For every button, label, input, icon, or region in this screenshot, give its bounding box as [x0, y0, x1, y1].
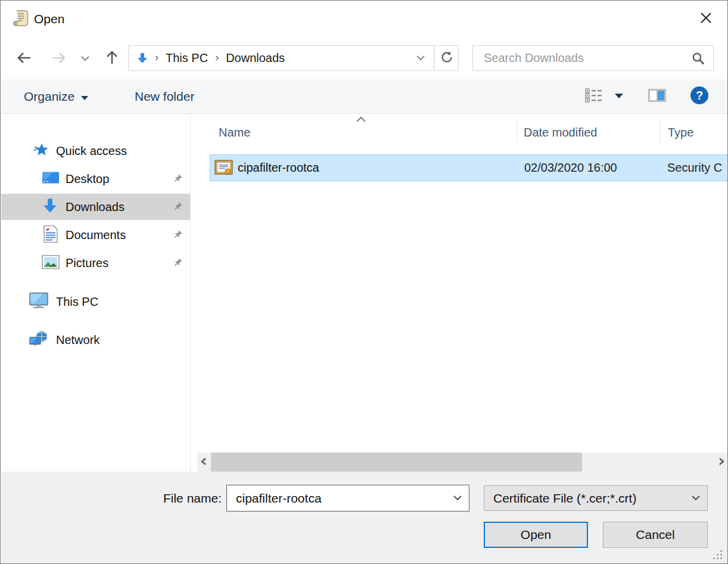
- file-type-value: Certificate File (*.cer;*.crt): [484, 491, 636, 506]
- pane-divider: [190, 114, 191, 472]
- change-view-button[interactable]: [580, 79, 608, 113]
- forward-arrow-icon: [50, 49, 67, 68]
- list-view-icon: [584, 87, 603, 106]
- back-arrow-icon: [16, 49, 33, 68]
- search-input[interactable]: [473, 46, 713, 70]
- sidebar-item-desktop[interactable]: Desktop: [1, 166, 190, 192]
- file-name-combobox: [226, 485, 469, 512]
- command-toolbar: Organize New folder: [1, 79, 728, 114]
- breadcrumb-downloads[interactable]: Downloads: [225, 51, 286, 65]
- chevron-down-icon: [453, 494, 462, 503]
- cancel-button[interactable]: Cancel: [603, 522, 708, 548]
- preview-pane-icon: [648, 88, 667, 105]
- address-dropdown-button[interactable]: [410, 46, 431, 70]
- breadcrumb-separator-icon: ›: [149, 51, 164, 64]
- file-name-input[interactable]: [227, 485, 469, 511]
- downloads-icon: [42, 198, 58, 216]
- network-icon: [29, 330, 49, 350]
- scroll-left-button[interactable]: [197, 453, 210, 472]
- search-icon: [692, 52, 705, 65]
- breadcrumb-this-pc[interactable]: This PC: [164, 51, 209, 65]
- back-button[interactable]: [12, 46, 37, 71]
- new-folder-label: New folder: [135, 89, 194, 104]
- scrollbar-thumb[interactable]: [211, 453, 582, 472]
- column-header-date-modified[interactable]: Date modified: [524, 117, 597, 147]
- chevron-left-icon: [201, 457, 207, 467]
- sidebar-item-label: Downloads: [1, 200, 125, 214]
- help-button[interactable]: ?: [685, 79, 714, 113]
- file-type-select[interactable]: Certificate File (*.cer;*.crt): [484, 485, 708, 511]
- desktop-icon: [42, 171, 60, 187]
- sidebar-item-documents[interactable]: Documents: [1, 222, 190, 248]
- refresh-button[interactable]: [434, 45, 459, 71]
- navigation-bar: › This PC › Downloads: [1, 38, 727, 79]
- forward-button[interactable]: [46, 46, 71, 71]
- file-type-cell: Security C: [667, 161, 722, 175]
- dialog-content: Quick access Desktop: [1, 114, 728, 472]
- new-folder-button[interactable]: New folder: [127, 79, 201, 113]
- file-type-dropdown-button[interactable]: [686, 487, 706, 509]
- sidebar-item-downloads[interactable]: Downloads: [1, 194, 190, 220]
- horizontal-scrollbar[interactable]: [197, 453, 728, 472]
- pin-icon: [172, 258, 183, 268]
- sidebar-item-pictures[interactable]: Pictures: [1, 250, 190, 276]
- search-box: [472, 45, 714, 71]
- pin-icon: [172, 173, 183, 184]
- file-row-selected[interactable]: cipafilter-rootca 02/03/2020 16:00 Secur…: [210, 154, 728, 181]
- chevron-down-icon: [80, 54, 90, 63]
- close-icon: [699, 11, 713, 26]
- column-header-name[interactable]: Name: [219, 117, 250, 147]
- up-button[interactable]: [99, 46, 125, 71]
- chevron-down-icon: [416, 54, 425, 63]
- title-bar: Open: [1, 1, 727, 38]
- help-icon: ?: [689, 85, 710, 107]
- window-title: Open: [34, 1, 64, 38]
- file-name-cell: cipafilter-rootca: [238, 161, 319, 175]
- view-options-dropdown[interactable]: [609, 79, 629, 113]
- sidebar-item-network[interactable]: Network: [1, 327, 190, 353]
- close-button[interactable]: [693, 5, 719, 32]
- sidebar-item-quick-access[interactable]: Quick access: [1, 138, 190, 164]
- sidebar-item-label: Quick access: [1, 144, 127, 158]
- navigation-pane: Quick access Desktop: [1, 114, 190, 472]
- svg-text:?: ?: [696, 89, 703, 102]
- file-date-cell: 02/03/2020 16:00: [524, 161, 617, 175]
- scroll-document-icon: [13, 10, 29, 27]
- quick-access-icon: [33, 142, 49, 160]
- pictures-icon: [42, 255, 60, 271]
- file-list: Name Date modified Type cipafilter-rootc…: [197, 114, 728, 453]
- preview-pane-button[interactable]: [643, 79, 671, 113]
- column-header-type[interactable]: Type: [668, 117, 693, 147]
- this-pc-icon: [29, 292, 49, 312]
- scroll-right-button[interactable]: [715, 453, 728, 472]
- sidebar-item-this-pc[interactable]: This PC: [1, 289, 190, 315]
- chevron-down-icon: [80, 89, 89, 104]
- chevron-down-icon: [614, 92, 624, 101]
- open-button[interactable]: Open: [484, 522, 588, 548]
- resize-grip[interactable]: [713, 550, 723, 560]
- sort-ascending-icon: [356, 114, 365, 120]
- documents-icon: [43, 225, 58, 245]
- recent-locations-dropdown[interactable]: [76, 46, 95, 71]
- chevron-down-icon: [691, 494, 701, 503]
- sidebar-item-label: This PC: [1, 295, 98, 309]
- pin-icon: [172, 202, 183, 212]
- refresh-icon: [440, 51, 453, 66]
- breadcrumb-separator-icon: ›: [209, 51, 225, 64]
- up-arrow-icon: [104, 49, 120, 68]
- sidebar-item-label: Network: [1, 333, 99, 347]
- organize-label: Organize: [24, 89, 74, 104]
- chevron-right-icon: [718, 457, 724, 467]
- sidebar-item-label: Documents: [1, 228, 126, 242]
- pin-icon: [172, 230, 183, 240]
- organize-button[interactable]: Organize: [17, 79, 96, 113]
- open-dialog-window: Open: [0, 0, 728, 564]
- address-bar[interactable]: › This PC › Downloads: [128, 45, 434, 71]
- dialog-footer: File name: Certificate File (*.cer;*.crt…: [1, 472, 728, 564]
- downloads-folder-icon: [136, 52, 149, 65]
- file-name-label: File name:: [129, 485, 222, 512]
- column-divider[interactable]: [517, 121, 517, 142]
- certificate-icon: [214, 159, 233, 176]
- column-divider[interactable]: [659, 121, 660, 142]
- file-name-dropdown-button[interactable]: [447, 486, 468, 510]
